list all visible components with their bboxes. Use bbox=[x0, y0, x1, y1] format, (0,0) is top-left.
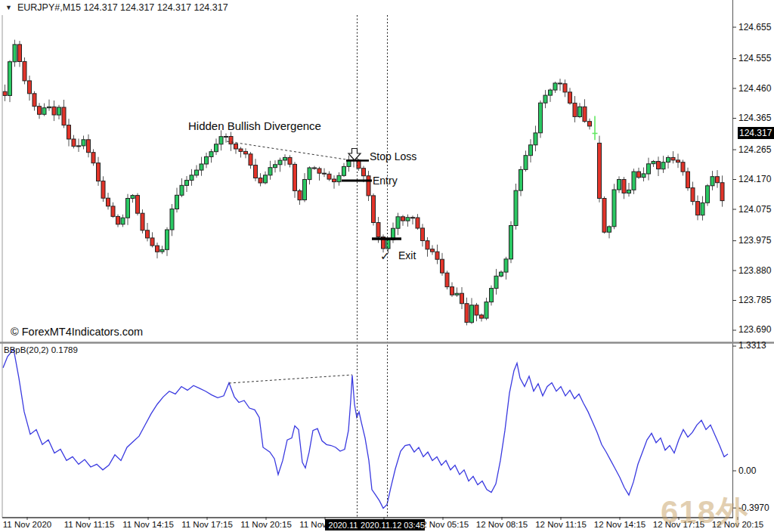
time-tick-label: 12 Nov 05:15 bbox=[417, 520, 469, 529]
indicator-tick-label: 1.3313 bbox=[738, 340, 766, 351]
time-tick-label: 12 Nov 08:15 bbox=[476, 520, 528, 529]
main-chart-canvas[interactable] bbox=[0, 0, 774, 532]
price-tick-label: 124.655 bbox=[738, 22, 771, 32]
price-tick-label: 124.365 bbox=[738, 113, 771, 123]
price-tick-label: 123.690 bbox=[738, 324, 771, 335]
time-tick-label: 11 Nov 2020 bbox=[3, 520, 51, 529]
symbol-quote-text: EURJPY#,M15 124.317 124.317 124.317 124.… bbox=[17, 2, 228, 13]
down-arrow-icon bbox=[348, 149, 361, 161]
price-tick-label: 124.075 bbox=[738, 204, 771, 215]
entry-label[interactable]: Entry bbox=[373, 175, 398, 187]
time-tick-label: 11 Nov 20:15 bbox=[240, 520, 292, 529]
time-tick-label: 12 Nov 11:15 bbox=[535, 520, 587, 529]
symbol-dropdown-icon[interactable]: ▼ bbox=[5, 4, 12, 11]
price-tick-label: 124.265 bbox=[738, 144, 771, 155]
divergence-label: Hidden Bullish Divergence bbox=[188, 119, 321, 132]
price-tick-label: 123.785 bbox=[738, 295, 771, 305]
stop-loss-label[interactable]: Stop Loss bbox=[370, 150, 416, 162]
time-tick-label: 11 Nov 17:15 bbox=[181, 520, 233, 529]
bbpb-indicator-line bbox=[3, 349, 728, 509]
top-bar: ▼ EURJPY#,M15 124.317 124.317 124.317 12… bbox=[0, 0, 729, 15]
price-tick-label: 124.170 bbox=[738, 174, 771, 184]
indicator-tick-label: 0.00 bbox=[738, 466, 756, 476]
time-tick-label: 11 Nov 14:15 bbox=[122, 520, 174, 529]
site-watermark: 618外汇网 bbox=[661, 491, 774, 532]
time-highlight-tooltip: 2020.11 bbox=[325, 519, 361, 530]
copyright-watermark: © ForexMT4Indicators.com bbox=[11, 326, 143, 338]
current-price-tag: 124.317 bbox=[738, 127, 774, 139]
time-tick-label: 12 Nov 14:15 bbox=[594, 520, 646, 529]
time-tick-label: 11 Nov 11:15 bbox=[64, 520, 115, 529]
price-tick-label: 123.880 bbox=[738, 265, 771, 276]
indicator-label: BBpB(20,2) 0.1789 bbox=[4, 345, 78, 354]
exit-label[interactable]: Exit bbox=[398, 249, 416, 261]
mt4-chart-window: ▼ EURJPY#,M15 124.317 124.317 124.317 12… bbox=[0, 0, 774, 532]
time-highlight-tooltip: 2020.11.12 03:45 bbox=[361, 519, 425, 530]
price-tick-label: 123.975 bbox=[738, 235, 771, 246]
price-tick-label: 124.460 bbox=[738, 83, 771, 94]
price-tick-label: 124.555 bbox=[738, 53, 771, 63]
trendline-indicator[interactable] bbox=[229, 375, 352, 383]
check-icon: ✓ bbox=[380, 249, 390, 263]
